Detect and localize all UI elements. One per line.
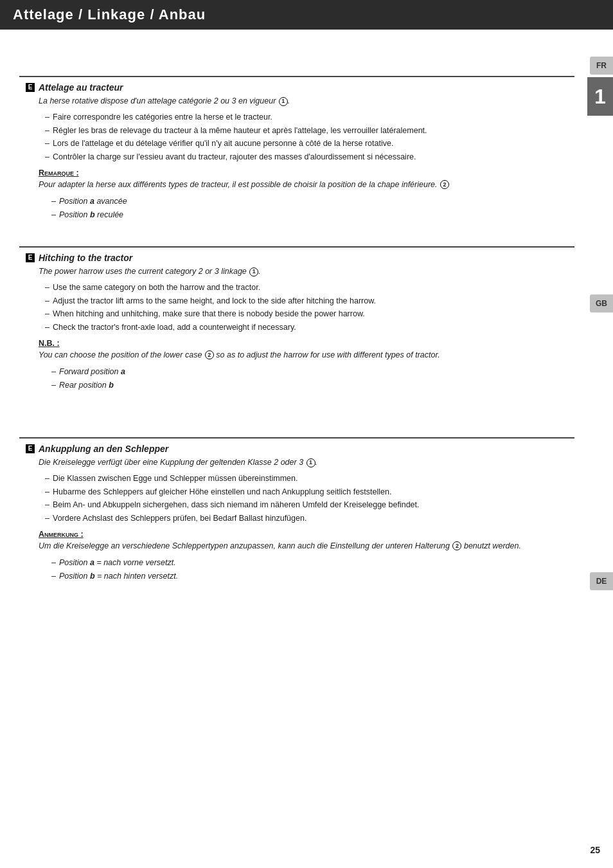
french-section: E Attelage au tracteur La herse rotative… [19, 82, 574, 222]
list-item: When hitching and unhitching, make sure … [45, 308, 568, 320]
divider-english [19, 246, 574, 248]
french-note-text: Pour adapter la herse aux différents typ… [39, 179, 568, 191]
circle-1-en: 1 [249, 267, 258, 276]
german-note-text: Um die Kreiselegge an verschiedene Schle… [39, 540, 568, 552]
chapter-number: 1 [587, 77, 613, 116]
page-title: Attelage / Linkage / Anbau [13, 6, 600, 23]
german-bullet-list: Die Klassen zwischen Egge und Schlepper … [45, 473, 568, 525]
english-section: E Hitching to the tractor The power harr… [19, 253, 574, 392]
list-item: Régler les bras de relevage du tracteur … [45, 125, 568, 137]
english-title-row: E Hitching to the tractor [26, 253, 568, 263]
german-title-row: E Ankupplung an den Schlepper [26, 444, 568, 454]
e-marker-english: E [26, 253, 35, 262]
circle-2-de: 2 [452, 541, 461, 550]
list-item: Position b = nach hinten versetzt. [51, 570, 568, 583]
list-item: Forward position a [51, 365, 568, 379]
english-bullet-list: Use the same category on both the harrow… [45, 282, 568, 334]
divider-german [19, 437, 574, 439]
list-item: Contrôler la charge sur l'essieu avant d… [45, 151, 568, 163]
list-item: Position a = nach vorne versetzt. [51, 556, 568, 570]
list-item: Adjust the tractor lift arms to the same… [45, 295, 568, 307]
e-marker-french: E [26, 83, 35, 92]
e-marker-german: E [26, 444, 35, 453]
tab-de: DE [590, 572, 613, 590]
list-item: Lors de l'attelage et du dételage vérifi… [45, 138, 568, 150]
german-note-heading: Anmerkung : [39, 530, 568, 539]
english-body: The power harrow uses the current catego… [39, 266, 568, 278]
divider-french [19, 76, 574, 77]
tab-fr: FR [590, 57, 613, 75]
english-section-title: Hitching to the tractor [39, 253, 132, 263]
list-item: Hubarme des Schleppers auf gleicher Höhe… [45, 486, 568, 498]
french-title-row: E Attelage au tracteur [26, 82, 568, 93]
french-bullet-list: Faire correspondre les catégories entre … [45, 111, 568, 163]
french-position-list: Position a avancée Position b reculée [51, 195, 568, 222]
list-item: Vordere Achslast des Schleppers prüfen, … [45, 512, 568, 525]
list-item: Position b reculée [51, 208, 568, 222]
circle-2-en: 2 [205, 350, 214, 359]
list-item: Die Klassen zwischen Egge und Schlepper … [45, 473, 568, 485]
circle-2-fr: 2 [440, 180, 449, 189]
circle-1-fr: 1 [279, 97, 288, 106]
german-position-list: Position a = nach vorne versetzt. Positi… [51, 556, 568, 584]
english-note-text: You can choose the position of the lower… [39, 349, 568, 361]
list-item: Check the tractor's front-axle load, add… [45, 321, 568, 334]
german-body: Die Kreiselegge verfügt über eine Kupplu… [39, 457, 568, 469]
page-number: 25 [590, 845, 600, 855]
tab-gb: GB [590, 294, 613, 312]
german-section: E Ankupplung an den Schlepper Die Kreise… [19, 444, 574, 583]
circle-1-de: 1 [306, 458, 315, 467]
list-item: Beim An- und Abkuppeln sichergehen, dass… [45, 499, 568, 511]
main-content: E Attelage au tracteur La herse rotative… [0, 62, 613, 602]
german-section-title: Ankupplung an den Schlepper [39, 444, 168, 454]
list-item: Position a avancée [51, 195, 568, 208]
list-item: Rear position b [51, 379, 568, 392]
list-item: Faire correspondre les catégories entre … [45, 111, 568, 123]
french-section-title: Attelage au tracteur [39, 82, 123, 93]
french-body: La herse rotative dispose d'un attelage … [39, 95, 568, 107]
page-header: Attelage / Linkage / Anbau [0, 0, 613, 30]
french-note-heading: Remarque : [39, 168, 568, 177]
english-position-list: Forward position a Rear position b [51, 365, 568, 393]
english-note-heading: N.B. : [39, 339, 568, 348]
list-item: Use the same category on both the harrow… [45, 282, 568, 294]
